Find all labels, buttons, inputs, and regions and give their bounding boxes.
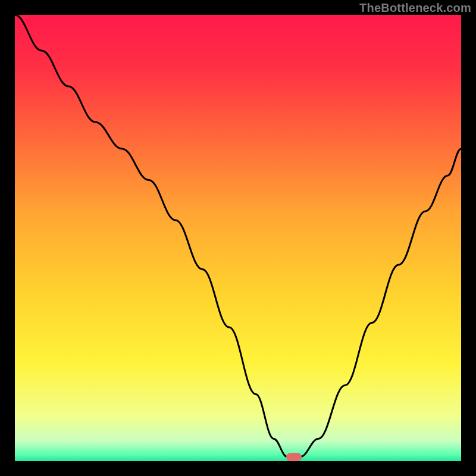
- chart-frame: TheBottleneck.com: [0, 0, 476, 476]
- plot-area: [15, 15, 461, 461]
- bottleneck-curve: [15, 15, 461, 457]
- optimal-marker: [286, 453, 302, 461]
- curve-svg: [15, 15, 461, 461]
- watermark-text: TheBottleneck.com: [359, 1, 471, 15]
